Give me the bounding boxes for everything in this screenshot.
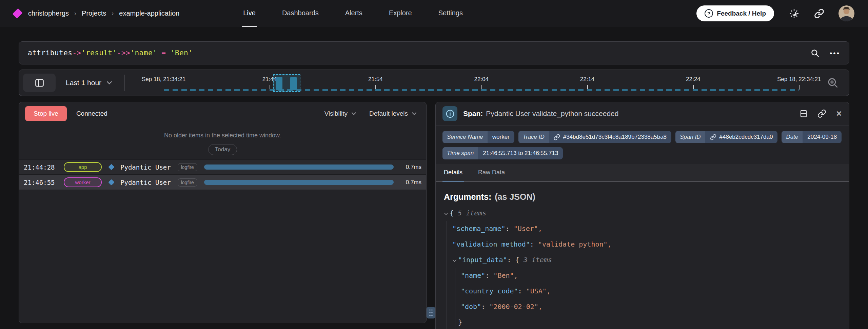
feedback-help-label: Feedback / Help bbox=[717, 10, 766, 17]
link-icon[interactable] bbox=[710, 134, 716, 140]
split-view-icon[interactable] bbox=[799, 109, 808, 118]
breadcrumb-item[interactable]: example-application bbox=[119, 9, 179, 17]
query-expression[interactable]: attributes->'result'->>'name' = 'Ben' bbox=[28, 49, 810, 57]
live-panel-header: Stop live Connected Visibility Default l… bbox=[19, 102, 426, 125]
panel-resize-handle[interactable] bbox=[427, 307, 435, 318]
axis-tick-label: 22:04 bbox=[474, 76, 489, 83]
stop-live-button[interactable]: Stop live bbox=[25, 106, 67, 121]
axis-tick-label: Sep 18, 21:34:21 bbox=[142, 76, 186, 83]
search-icon[interactable] bbox=[810, 49, 820, 58]
timeline-axis[interactable]: Sep 18, 21:34:2121:4421:5422:0422:1422:2… bbox=[129, 70, 821, 96]
histogram-bar bbox=[276, 77, 282, 90]
tab-details[interactable]: Details bbox=[442, 164, 464, 182]
divider bbox=[124, 75, 125, 91]
breadcrumb-item[interactable]: christophergs bbox=[28, 9, 69, 17]
more-options-icon[interactable]: ••• bbox=[830, 50, 840, 57]
timeline-selection[interactable] bbox=[273, 74, 300, 92]
logfire-logo-icon[interactable] bbox=[12, 8, 22, 18]
connection-status: Connected bbox=[76, 110, 107, 117]
nav-tab-explore[interactable]: Explore bbox=[388, 0, 413, 27]
meta-badge: Service Nameworker bbox=[442, 131, 514, 143]
meta-label: Time span bbox=[442, 147, 478, 159]
trace-list-item[interactable]: 21:44:28appPydantic Userlogfire0.7ms bbox=[19, 159, 426, 175]
share-link-icon[interactable] bbox=[814, 8, 824, 19]
meta-label: Trace ID bbox=[518, 131, 549, 143]
nav-tab-dashboards[interactable]: Dashboards bbox=[281, 0, 320, 27]
panel-toggle-button[interactable] bbox=[23, 74, 56, 92]
time-range-select[interactable]: Last 1 hour bbox=[66, 79, 112, 87]
empty-message: No older items in the selected time wind… bbox=[19, 132, 426, 139]
axis-tick bbox=[587, 85, 588, 90]
scope-badge: logfire bbox=[178, 163, 197, 171]
default-levels-dropdown[interactable]: Default levels bbox=[369, 110, 417, 117]
trace-list-item[interactable]: 21:46:55workerPydantic Userlogfire0.7ms bbox=[19, 175, 426, 190]
json-line: "dob": "2000-02-02", bbox=[461, 299, 841, 314]
feedback-help-button[interactable]: ? Feedback / Help bbox=[696, 5, 774, 21]
collapse-chevron-icon[interactable] bbox=[452, 252, 458, 268]
meta-label: Service Name bbox=[442, 131, 488, 143]
json-viewer: { 5 items"schema_name": "User","validati… bbox=[436, 205, 849, 329]
chevron-down-icon bbox=[106, 81, 112, 85]
json-line: { 5 items bbox=[444, 205, 841, 221]
nav-tab-alerts[interactable]: Alerts bbox=[344, 0, 363, 27]
json-children: "name": "Ben","country_code": "USA","dob… bbox=[455, 268, 841, 329]
breadcrumb-separator-icon: › bbox=[69, 10, 82, 17]
axis-tick-label: 21:54 bbox=[368, 76, 383, 83]
span-kind-icon bbox=[108, 179, 114, 185]
service-badge: app bbox=[64, 162, 102, 172]
meta-badge: Trace ID#34bd8e51d73c3f4c8a189b72338a5ba… bbox=[518, 131, 671, 143]
meta-badge: Span ID#48eb2cdcdc317da0 bbox=[675, 131, 777, 143]
time-range-label: Last 1 hour bbox=[66, 79, 101, 87]
json-line: "validation_method": "validate_python", bbox=[452, 236, 841, 252]
nav-tab-settings[interactable]: Settings bbox=[437, 0, 464, 27]
detail-tabs: DetailsRaw Data bbox=[436, 164, 849, 182]
live-panel: Stop live Connected Visibility Default l… bbox=[19, 102, 427, 323]
meta-badge: Time span21:46:55.713 to 21:46:55.713 bbox=[442, 147, 563, 159]
span-name: Pydantic User bbox=[120, 163, 171, 171]
axis-tick-label: 22:14 bbox=[580, 76, 595, 83]
chevron-down-icon bbox=[412, 112, 417, 115]
scope-badge: logfire bbox=[178, 178, 197, 187]
detail-header-actions: ✕ bbox=[799, 109, 842, 118]
collapse-chevron-icon[interactable] bbox=[444, 205, 450, 221]
detail-header: Span: Pydantic User validate_python succ… bbox=[436, 102, 849, 125]
duration-bar bbox=[204, 164, 394, 170]
breadcrumb-separator-icon: › bbox=[106, 10, 119, 17]
copy-link-icon[interactable] bbox=[817, 109, 826, 118]
axis-tick bbox=[270, 85, 270, 90]
visibility-dropdown[interactable]: Visibility bbox=[324, 110, 356, 117]
meta-value: 2024-09-18 bbox=[803, 131, 842, 143]
user-avatar[interactable] bbox=[839, 5, 854, 21]
axis-tick bbox=[375, 85, 376, 90]
main-content: attributes->'result'->>'name' = 'Ben' ••… bbox=[0, 41, 868, 329]
span-title: Pydantic User validate_python succeeded bbox=[486, 110, 618, 118]
meta-value: #48eb2cdcdc317da0 bbox=[705, 131, 778, 143]
breadcrumb-item[interactable]: Projects bbox=[82, 9, 106, 17]
span-name: Pydantic User bbox=[120, 179, 171, 186]
row-timestamp: 21:46:55 bbox=[24, 179, 64, 186]
query-input[interactable]: attributes->'result'->>'name' = 'Ben' ••… bbox=[19, 41, 849, 64]
axis-tick bbox=[481, 85, 482, 90]
meta-label: Span ID bbox=[675, 131, 705, 143]
nav-right: ? Feedback / Help bbox=[696, 0, 854, 27]
span-kind-icon bbox=[108, 164, 114, 170]
panels-row: Stop live Connected Visibility Default l… bbox=[19, 102, 849, 329]
meta-badge: Date2024-09-18 bbox=[782, 131, 842, 143]
query-actions: ••• bbox=[810, 49, 840, 58]
span-kind-label: Span: bbox=[463, 110, 483, 118]
close-icon[interactable]: ✕ bbox=[836, 110, 842, 118]
json-line: "name": "Ben", bbox=[461, 268, 841, 283]
empty-state: No older items in the selected time wind… bbox=[19, 125, 426, 159]
nav-tab-live[interactable]: Live bbox=[242, 0, 257, 27]
grip-dots-icon bbox=[429, 309, 433, 317]
meta-value: worker bbox=[488, 131, 514, 143]
breadcrumb: christophergs›Projects›example-applicati… bbox=[28, 9, 179, 17]
tab-raw-data[interactable]: Raw Data bbox=[477, 164, 506, 182]
axis-tick-label: Sep 18, 22:34:21 bbox=[777, 76, 821, 83]
theme-toggle-icon[interactable] bbox=[789, 8, 799, 19]
today-marker: Today bbox=[208, 144, 237, 155]
zoom-in-icon[interactable] bbox=[821, 77, 845, 89]
link-icon[interactable] bbox=[554, 134, 560, 140]
time-range-bar: Last 1 hour Sep 18, 21:34:2121:4421:5422… bbox=[19, 70, 849, 96]
meta-label: Date bbox=[782, 131, 803, 143]
